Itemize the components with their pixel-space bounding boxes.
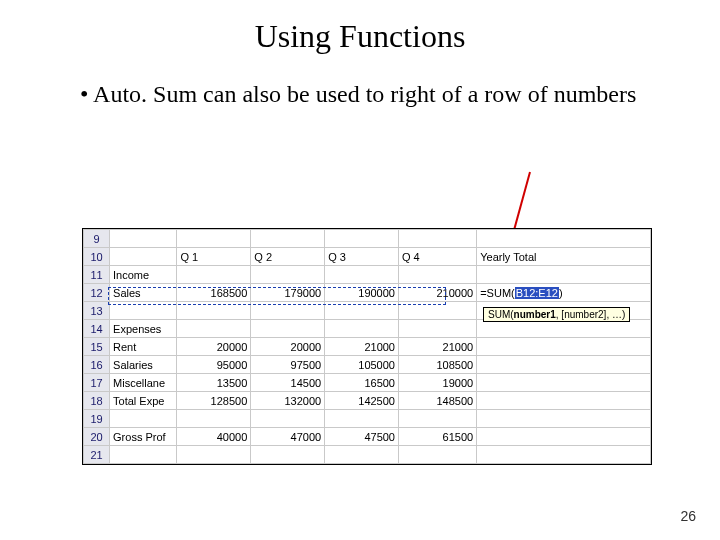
cell[interactable] xyxy=(398,446,476,464)
cell[interactable] xyxy=(325,230,399,248)
cell[interactable] xyxy=(251,446,325,464)
formula-text: =SUM(B12:E12) xyxy=(480,287,562,299)
cell[interactable] xyxy=(325,446,399,464)
cell[interactable] xyxy=(325,266,399,284)
row-header[interactable]: 20 xyxy=(84,428,110,446)
row-header[interactable]: 15 xyxy=(84,338,110,356)
cell[interactable]: 105000 xyxy=(325,356,399,374)
cell[interactable] xyxy=(177,320,251,338)
cell[interactable]: 21000 xyxy=(398,338,476,356)
spreadsheet: 9 10 Q 1 Q 2 Q 3 Q 4 Yearly Total 11 Inc… xyxy=(82,228,652,465)
col-header-q2[interactable]: Q 2 xyxy=(251,248,325,266)
label-salaries[interactable]: Salaries xyxy=(110,356,177,374)
cell[interactable]: 61500 xyxy=(398,428,476,446)
cell[interactable]: 47500 xyxy=(325,428,399,446)
cell[interactable]: 20000 xyxy=(251,338,325,356)
cell[interactable] xyxy=(477,392,651,410)
cell[interactable] xyxy=(177,230,251,248)
row-header[interactable]: 10 xyxy=(84,248,110,266)
cell[interactable] xyxy=(477,374,651,392)
cell[interactable] xyxy=(251,410,325,428)
label-expenses[interactable]: Expenses xyxy=(110,320,177,338)
col-header-q3[interactable]: Q 3 xyxy=(325,248,399,266)
cell[interactable]: 128500 xyxy=(177,392,251,410)
cell[interactable]: 21000 xyxy=(325,338,399,356)
cell[interactable] xyxy=(177,266,251,284)
row-header[interactable]: 21 xyxy=(84,446,110,464)
cell[interactable]: 95000 xyxy=(177,356,251,374)
cell[interactable] xyxy=(251,230,325,248)
cell[interactable] xyxy=(477,356,651,374)
label-total-exp[interactable]: Total Expe xyxy=(110,392,177,410)
cell[interactable]: 97500 xyxy=(251,356,325,374)
row-header[interactable]: 14 xyxy=(84,320,110,338)
row-header[interactable]: 18 xyxy=(84,392,110,410)
cell[interactable]: 19000 xyxy=(398,374,476,392)
table-row: 19 xyxy=(84,410,651,428)
cell[interactable] xyxy=(177,302,251,320)
row-header[interactable]: 12 xyxy=(84,284,110,302)
row-header[interactable]: 17 xyxy=(84,374,110,392)
formula-cell[interactable]: =SUM(B12:E12) xyxy=(477,284,651,302)
row-header[interactable]: 9 xyxy=(84,230,110,248)
cell[interactable] xyxy=(398,320,476,338)
cell-sales-q4[interactable]: 210000 xyxy=(398,284,476,302)
cell[interactable] xyxy=(110,446,177,464)
row-header[interactable]: 11 xyxy=(84,266,110,284)
label-income[interactable]: Income xyxy=(110,266,177,284)
col-header-q1[interactable]: Q 1 xyxy=(177,248,251,266)
label-sales[interactable]: Sales xyxy=(110,284,177,302)
row-header[interactable]: 13 xyxy=(84,302,110,320)
col-header-q4[interactable]: Q 4 xyxy=(398,248,476,266)
cell-sales-q2[interactable]: 179000 xyxy=(251,284,325,302)
cell[interactable] xyxy=(398,410,476,428)
cell[interactable]: 13500 xyxy=(177,374,251,392)
cell[interactable]: 148500 xyxy=(398,392,476,410)
cell[interactable] xyxy=(398,266,476,284)
cell[interactable]: 16500 xyxy=(325,374,399,392)
cell[interactable] xyxy=(398,230,476,248)
cell[interactable]: 132000 xyxy=(251,392,325,410)
cell[interactable]: 40000 xyxy=(177,428,251,446)
cell[interactable]: 14500 xyxy=(251,374,325,392)
label-rent[interactable]: Rent xyxy=(110,338,177,356)
cell[interactable] xyxy=(477,410,651,428)
table-row: 20 Gross Prof 40000 47000 47500 61500 xyxy=(84,428,651,446)
page-number: 26 xyxy=(680,508,696,524)
table-row: 11 Income xyxy=(84,266,651,284)
cell[interactable] xyxy=(325,302,399,320)
label-gross[interactable]: Gross Prof xyxy=(110,428,177,446)
cell-sales-q1[interactable]: 168500 xyxy=(177,284,251,302)
cell[interactable]: 20000 xyxy=(177,338,251,356)
cell[interactable] xyxy=(110,410,177,428)
cell[interactable] xyxy=(251,266,325,284)
cell[interactable] xyxy=(110,302,177,320)
spreadsheet-grid[interactable]: 9 10 Q 1 Q 2 Q 3 Q 4 Yearly Total 11 Inc… xyxy=(83,229,651,464)
label-misc[interactable]: Miscellane xyxy=(110,374,177,392)
cell[interactable]: 47000 xyxy=(251,428,325,446)
cell[interactable] xyxy=(477,338,651,356)
col-header-yearly[interactable]: Yearly Total xyxy=(477,248,651,266)
cell[interactable]: 108500 xyxy=(398,356,476,374)
cell[interactable] xyxy=(477,446,651,464)
cell-sales-q3[interactable]: 190000 xyxy=(325,284,399,302)
cell[interactable] xyxy=(477,320,651,338)
cell[interactable] xyxy=(251,320,325,338)
cell[interactable] xyxy=(325,320,399,338)
table-row: 14 Expenses xyxy=(84,320,651,338)
table-row: 16 Salaries 95000 97500 105000 108500 xyxy=(84,356,651,374)
cell[interactable] xyxy=(477,428,651,446)
table-row: 17 Miscellane 13500 14500 16500 19000 xyxy=(84,374,651,392)
cell[interactable] xyxy=(398,302,476,320)
cell[interactable] xyxy=(110,230,177,248)
cell[interactable] xyxy=(177,446,251,464)
row-header[interactable]: 19 xyxy=(84,410,110,428)
cell[interactable] xyxy=(477,266,651,284)
cell[interactable] xyxy=(477,230,651,248)
cell[interactable] xyxy=(251,302,325,320)
cell[interactable] xyxy=(110,248,177,266)
row-header[interactable]: 16 xyxy=(84,356,110,374)
cell[interactable] xyxy=(325,410,399,428)
cell[interactable] xyxy=(177,410,251,428)
cell[interactable]: 142500 xyxy=(325,392,399,410)
